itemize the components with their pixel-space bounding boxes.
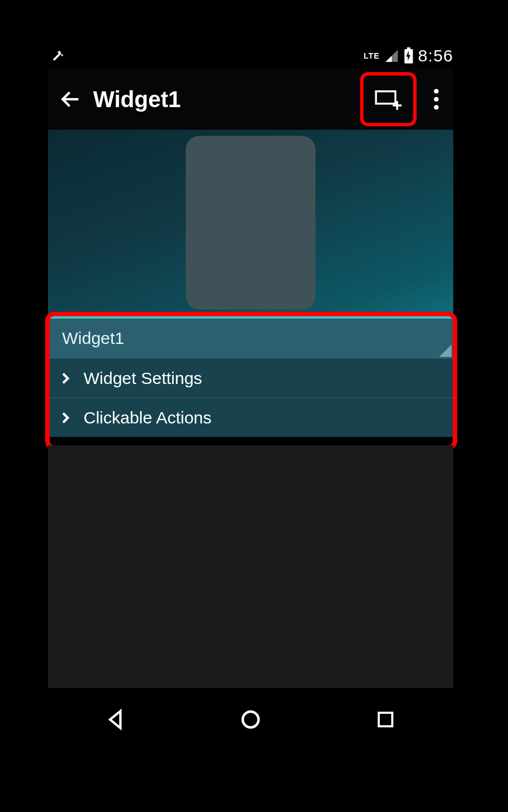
row-widget-settings[interactable]: Widget Settings bbox=[50, 358, 453, 398]
svg-point-5 bbox=[434, 105, 439, 109]
svg-point-4 bbox=[434, 97, 439, 102]
page-title: Widget1 bbox=[93, 87, 181, 112]
row-clickable-actions[interactable]: Clickable Actions bbox=[50, 398, 453, 437]
dropdown-indicator-icon bbox=[439, 345, 452, 357]
wand-icon bbox=[48, 47, 65, 64]
row-label: Clickable Actions bbox=[84, 408, 212, 427]
back-button[interactable] bbox=[48, 69, 93, 130]
nav-back-button[interactable] bbox=[93, 703, 138, 736]
navigation-bar bbox=[48, 695, 453, 744]
app-bar: Widget1 bbox=[48, 69, 453, 130]
signal-icon bbox=[384, 48, 399, 63]
dropdown-selected-label: Widget1 bbox=[62, 329, 124, 348]
empty-area bbox=[48, 445, 453, 688]
nav-recent-button[interactable] bbox=[363, 703, 408, 736]
svg-rect-1 bbox=[407, 47, 410, 49]
widget-preview-area bbox=[48, 130, 453, 316]
status-bar: LTE 8:56 bbox=[48, 44, 453, 68]
chevron-right-icon bbox=[58, 412, 73, 424]
svg-rect-7 bbox=[379, 713, 392, 726]
widget-preview-card bbox=[186, 136, 316, 310]
highlight-add-widget bbox=[360, 72, 417, 126]
svg-point-6 bbox=[243, 712, 259, 727]
network-label: LTE bbox=[364, 51, 379, 60]
clock: 8:56 bbox=[418, 46, 453, 65]
row-label: Widget Settings bbox=[84, 369, 202, 388]
overflow-menu-button[interactable] bbox=[419, 69, 453, 130]
chevron-right-icon bbox=[58, 372, 73, 385]
add-widget-button[interactable] bbox=[374, 88, 402, 111]
nav-home-button[interactable] bbox=[228, 703, 273, 736]
svg-point-3 bbox=[434, 89, 439, 94]
svg-rect-2 bbox=[376, 91, 395, 104]
battery-charging-icon bbox=[404, 47, 414, 64]
widget-selector-dropdown[interactable]: Widget1 bbox=[50, 316, 453, 358]
